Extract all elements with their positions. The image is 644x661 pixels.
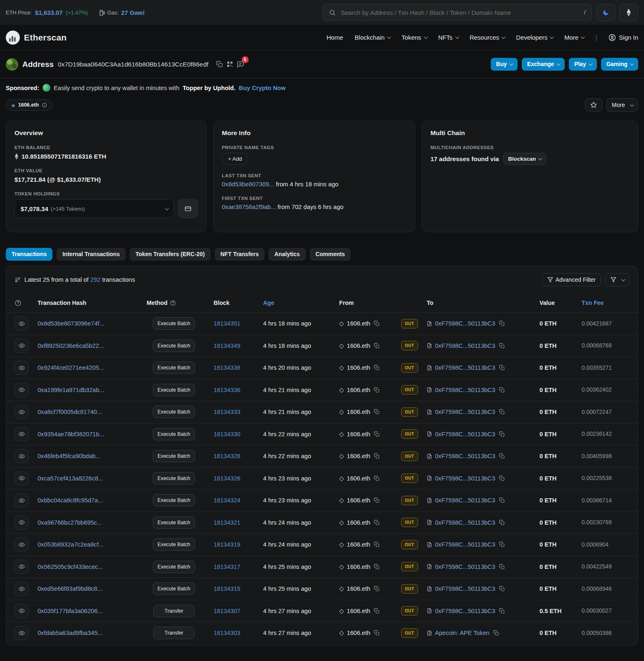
transaction-hash-link[interactable]: 0xa8cf7f0005dc81740... [38, 409, 102, 415]
copy-from-button[interactable] [373, 629, 380, 637]
view-transaction-button[interactable] [14, 604, 29, 618]
to-address-link[interactable]: 0xF7598C...50113bC3 [435, 541, 495, 548]
advanced-filter-button[interactable]: Advanced Filter [542, 273, 601, 286]
from-address[interactable]: 1606.eth [347, 630, 371, 636]
help-circle-icon[interactable] [170, 300, 176, 306]
sort-icon[interactable] [14, 276, 21, 283]
view-transaction-button[interactable] [14, 537, 29, 552]
blockscan-select[interactable]: Blockscan [503, 153, 547, 165]
sign-in-button[interactable]: Sign In [608, 34, 638, 41]
copy-from-button[interactable] [373, 563, 380, 571]
transaction-hash-link[interactable]: 0x035f177bfa3a06206... [38, 608, 102, 614]
eth-price-value[interactable]: $1,633.07 [35, 9, 63, 16]
transaction-hash-link[interactable]: 0x9354ae78bf382071b... [38, 431, 105, 437]
copy-address-button[interactable] [214, 59, 225, 69]
copy-to-button[interactable] [498, 342, 506, 350]
last-txn-hash-link[interactable]: 0x8d53be807309... [222, 181, 274, 188]
from-address[interactable]: 1606.eth [347, 608, 371, 614]
view-transaction-button[interactable] [14, 582, 29, 596]
from-address[interactable]: 1606.eth [347, 364, 371, 371]
copy-from-button[interactable] [373, 541, 380, 548]
buy-button[interactable]: Buy [491, 58, 518, 71]
block-link[interactable]: 18134315 [214, 585, 240, 592]
transaction-hash-link[interactable]: 0xfdab5a63ad9fba345... [38, 630, 102, 636]
tab-comments[interactable]: Comments [310, 248, 351, 261]
block-link[interactable]: 18134330 [214, 431, 240, 437]
nav-item-nfts[interactable]: NFTs [438, 34, 458, 41]
copy-from-button[interactable] [373, 585, 380, 592]
copy-from-button[interactable] [373, 475, 380, 482]
block-link[interactable]: 18134319 [214, 541, 240, 548]
add-private-tag-button[interactable]: + Add [222, 153, 248, 165]
search-input[interactable] [340, 9, 580, 17]
help-circle-icon[interactable] [14, 300, 21, 307]
to-address-link[interactable]: 0xF7598C...50113bC3 [435, 585, 495, 592]
copy-from-button[interactable] [373, 386, 380, 394]
first-txn-hash-link[interactable]: 0xae38758a2f9ab... [222, 204, 276, 210]
wallet-button[interactable] [178, 199, 198, 218]
view-transaction-button[interactable] [14, 405, 29, 419]
view-transaction-button[interactable] [14, 383, 29, 397]
copy-to-button[interactable] [498, 320, 506, 327]
copy-from-button[interactable] [373, 408, 380, 416]
copy-to-button[interactable] [492, 629, 500, 637]
transaction-count-link[interactable]: 292 [90, 276, 100, 283]
from-address[interactable]: 1606.eth [347, 519, 371, 526]
tab-analytics[interactable]: Analytics [269, 248, 305, 261]
to-address-link[interactable]: 0xF7598C...50113bC3 [435, 320, 495, 327]
copy-from-button[interactable] [373, 497, 380, 504]
block-link[interactable]: 18134338 [214, 364, 240, 371]
theme-toggle-button[interactable] [596, 4, 615, 21]
nav-item-resources[interactable]: Resources [470, 34, 505, 41]
to-address-link[interactable]: 0xF7598C...50113bC3 [435, 475, 495, 482]
from-address[interactable]: 1606.eth [347, 453, 371, 459]
copy-from-button[interactable] [373, 607, 380, 615]
nav-item-blockchain[interactable]: Blockchain [355, 34, 390, 41]
transaction-hash-link[interactable]: 0xca57cef413a8226c8... [38, 475, 103, 482]
transaction-hash-link[interactable]: 0x562505c9cf433ecec... [38, 564, 103, 570]
from-address[interactable]: 1606.eth [347, 475, 371, 482]
view-transaction-button[interactable] [14, 449, 29, 463]
copy-to-button[interactable] [498, 386, 506, 394]
play-button[interactable]: Play [569, 58, 596, 71]
tab-nft-transfers[interactable]: NFT Transfers [215, 248, 265, 261]
block-link[interactable]: 18134324 [214, 497, 240, 504]
view-transaction-button[interactable] [14, 471, 29, 485]
more-options-button[interactable]: More [606, 98, 638, 112]
view-transaction-button[interactable] [14, 427, 29, 441]
from-address[interactable]: 1606.eth [347, 387, 371, 393]
transaction-hash-link[interactable]: 0x46feb4f5fca90bdab... [38, 453, 101, 459]
to-address-link[interactable]: 0xF7598C...50113bC3 [435, 342, 495, 349]
to-address-link[interactable]: 0xF7598C...50113bC3 [435, 364, 495, 371]
transaction-hash-link[interactable]: 0xed5e66f83af9bd8c8... [38, 585, 102, 592]
nav-item-home[interactable]: Home [327, 34, 343, 41]
from-address[interactable]: 1606.eth [347, 409, 371, 415]
copy-from-button[interactable] [373, 342, 380, 350]
nav-item-developers[interactable]: Developers [516, 34, 553, 41]
block-link[interactable]: 18134351 [214, 320, 240, 327]
nav-item-tokens[interactable]: Tokens [402, 34, 427, 41]
gas-value[interactable]: 27 Gwei [121, 9, 145, 16]
copy-from-button[interactable] [373, 320, 380, 327]
from-address[interactable]: 1606.eth [347, 431, 371, 437]
to-address-link[interactable]: 0xF7598C...50113bC3 [435, 608, 495, 614]
block-link[interactable]: 18134317 [214, 564, 240, 570]
copy-to-button[interactable] [498, 475, 506, 482]
block-link[interactable]: 18134307 [214, 608, 240, 614]
to-address-link[interactable]: 0xF7598C...50113bC3 [435, 564, 495, 570]
ens-name-tag[interactable]: ◈ 1606.eth [6, 100, 52, 111]
to-address-link[interactable]: 0xF7598C...50113bC3 [435, 431, 495, 437]
tab-token-transfers[interactable]: Token Transfers (ERC-20) [130, 248, 211, 261]
copy-to-button[interactable] [498, 364, 506, 371]
copy-to-button[interactable] [498, 452, 506, 460]
copy-to-button[interactable] [498, 408, 506, 416]
from-address[interactable]: 1606.eth [347, 497, 371, 504]
view-transaction-button[interactable] [14, 339, 29, 353]
info-icon[interactable] [42, 102, 47, 108]
to-address-link[interactable]: 0xF7598C...50113bC3 [435, 387, 495, 393]
transaction-hash-link[interactable]: 0x8d53be8073096e74f... [38, 320, 105, 327]
copy-to-button[interactable] [498, 563, 506, 571]
view-transaction-button[interactable] [14, 560, 29, 574]
transaction-hash-link[interactable]: 0xbbc04ca8c8fc95d7a... [38, 497, 103, 504]
gaming-button[interactable]: Gaming [601, 58, 638, 71]
